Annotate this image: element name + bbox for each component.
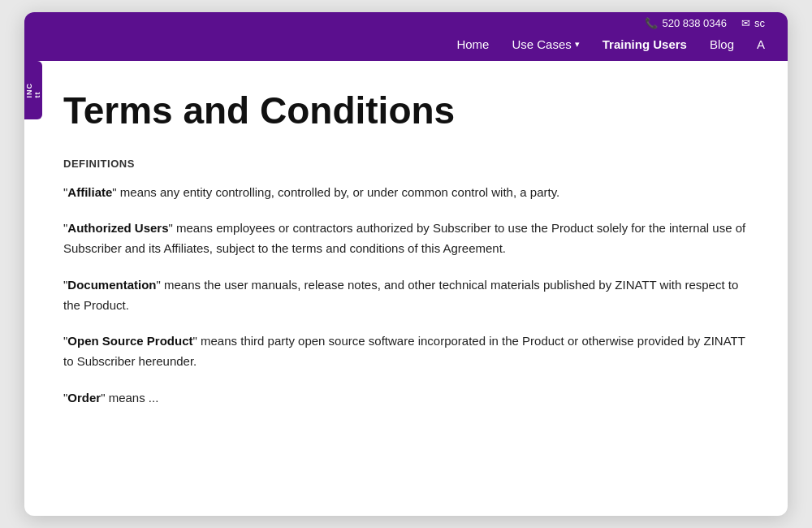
nav-use-cases-label: Use Cases — [512, 37, 571, 51]
header-contact-bar: 📞 520 838 0346 ✉ sc — [24, 12, 788, 29]
email-icon: ✉ — [741, 17, 750, 29]
phone-contact[interactable]: 📞 520 838 0346 — [645, 17, 727, 29]
phone-number: 520 838 0346 — [662, 17, 727, 29]
definition-order: "Order" means ... — [63, 388, 749, 409]
nav-extra-label: A — [757, 37, 765, 51]
definition-authorized-users: "Authorized Users" means employees or co… — [63, 219, 749, 259]
chevron-down-icon: ▾ — [575, 39, 580, 50]
phone-icon: 📞 — [645, 17, 658, 29]
definitions-section-label: DEFINITIONS — [63, 158, 749, 170]
term-open-source-product: Open Source Product — [67, 334, 192, 348]
nav-home-label: Home — [456, 37, 489, 51]
header-nav: Home Use Cases ▾ Training Users Blog A — [24, 29, 788, 61]
page-wrapper: 📞 520 838 0346 ✉ sc Home Use Cases ▾ Tra… — [24, 12, 788, 516]
page-title: Terms and Conditions — [63, 90, 749, 132]
nav-training-users-label: Training Users — [603, 37, 687, 51]
term-affiliate: Affiliate — [67, 185, 112, 199]
left-brand-tab: INCtt — [24, 61, 42, 119]
definition-open-source-product: "Open Source Product" means third party … — [63, 331, 749, 372]
nav-blog-label: Blog — [710, 37, 734, 51]
definition-documentation: "Documentation" means the user manuals, … — [63, 275, 749, 316]
nav-home[interactable]: Home — [456, 37, 489, 51]
nav-extra[interactable]: A — [757, 37, 765, 51]
nav-training-users[interactable]: Training Users — [603, 37, 687, 51]
email-prefix: sc — [754, 17, 765, 29]
nav-use-cases[interactable]: Use Cases ▾ — [512, 37, 579, 51]
def-order-text: means ... — [106, 391, 159, 405]
definition-affiliate: "Affiliate" means any entity controlling… — [63, 183, 749, 203]
left-tab-text: INCtt — [25, 83, 41, 98]
def-documentation-text: means the user manuals, release notes, a… — [63, 278, 738, 312]
main-content: Terms and Conditions DEFINITIONS "Affili… — [24, 61, 788, 516]
term-order: Order — [67, 391, 101, 405]
term-authorized-users: Authorized Users — [67, 221, 168, 235]
term-documentation: Documentation — [67, 278, 156, 292]
def-affiliate-text: means any entity controlling, controlled… — [117, 185, 560, 199]
nav-blog[interactable]: Blog — [710, 37, 734, 51]
email-contact[interactable]: ✉ sc — [741, 17, 765, 29]
